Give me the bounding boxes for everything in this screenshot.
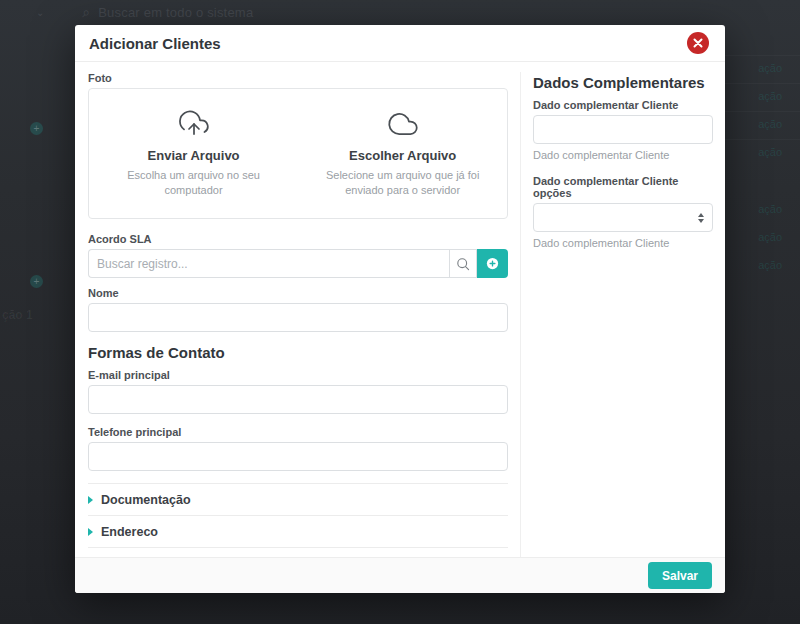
search-icon: ⌕ xyxy=(82,4,90,21)
upload-file-option[interactable]: Enviar Arquivo Escolha um arquivo no seu… xyxy=(89,109,298,198)
collapsible-sections: Documentação Endereco Configurações xyxy=(88,483,508,557)
section-label: Documentação xyxy=(101,493,191,507)
contact-heading: Formas de Contato xyxy=(88,344,508,361)
choose-file-option[interactable]: Escolher Arquivo Selecione um arquivo qu… xyxy=(298,109,507,198)
background-search-placeholder: Buscar em todo o sistema xyxy=(98,5,253,20)
email-input[interactable] xyxy=(88,385,508,414)
sla-label: Acordo SLA xyxy=(88,233,508,245)
nome-input[interactable] xyxy=(88,303,508,332)
photo-upload-box: Enviar Arquivo Escolha um arquivo no seu… xyxy=(88,88,508,219)
background-action-link: ação xyxy=(758,62,782,74)
sla-search-input[interactable] xyxy=(88,249,449,278)
complementary-field-label: Dado complementar Cliente xyxy=(533,99,713,111)
background-row-divider xyxy=(725,111,800,112)
complementary-options-label: Dado complementar Cliente opções xyxy=(533,175,713,199)
modal-footer: Salvar xyxy=(75,557,725,593)
chevron-down-icon: ⌄ xyxy=(36,7,44,18)
chevron-right-icon xyxy=(88,496,93,504)
background-action-link: ação xyxy=(758,90,782,102)
modal-title: Adicionar Clientes xyxy=(89,35,221,52)
plus-circle-icon xyxy=(485,256,500,271)
background-action-link: ação xyxy=(758,231,782,243)
complementary-column: Dados Complementares Dado complementar C… xyxy=(521,72,713,557)
form-column: Foto Enviar Arquivo Escolha um arquivo n… xyxy=(88,72,520,557)
photo-label: Foto xyxy=(88,72,508,84)
background-action-link: ação xyxy=(758,259,782,271)
modal-header: Adicionar Clientes xyxy=(75,25,725,62)
background-text-fragment: ção 1 xyxy=(2,308,33,322)
complementary-helper-text: Dado complementar Cliente xyxy=(533,149,713,161)
upload-cloud-icon xyxy=(103,109,284,139)
modal-body: Foto Enviar Arquivo Escolha um arquivo n… xyxy=(75,62,725,557)
complementary-input[interactable] xyxy=(533,115,713,144)
plus-circle-icon: + xyxy=(30,275,43,288)
select-stepper-icon xyxy=(698,213,704,223)
background-topbar: ⌄ ⌕ Buscar em todo o sistema xyxy=(0,0,800,24)
close-icon xyxy=(693,38,703,48)
section-label: Endereco xyxy=(101,525,158,539)
section-configuracoes[interactable]: Configurações xyxy=(88,548,508,557)
phone-input[interactable] xyxy=(88,442,508,471)
phone-label: Telefone principal xyxy=(88,426,508,438)
magnifier-icon xyxy=(455,256,471,272)
upload-file-title: Enviar Arquivo xyxy=(103,148,284,163)
section-endereco[interactable]: Endereco xyxy=(88,516,508,548)
choose-file-subtitle: Selecione um arquivo que já foi enviado … xyxy=(312,168,493,198)
background-action-link: ação xyxy=(758,146,782,158)
close-button[interactable] xyxy=(687,32,709,54)
section-documentacao[interactable]: Documentação xyxy=(88,484,508,516)
add-client-modal: Adicionar Clientes Foto xyxy=(75,25,725,593)
add-sla-button[interactable] xyxy=(477,249,508,278)
search-button[interactable] xyxy=(449,249,477,278)
cloud-icon xyxy=(312,109,493,139)
background-row-divider xyxy=(725,55,800,56)
save-button[interactable]: Salvar xyxy=(648,562,712,589)
complementary-options-helper-text: Dado complementar Cliente xyxy=(533,237,713,249)
background-action-link: ação xyxy=(758,203,782,215)
plus-circle-icon: + xyxy=(30,122,43,135)
background-row-divider xyxy=(725,139,800,140)
background-row-divider xyxy=(725,83,800,84)
sla-search-group xyxy=(88,249,508,278)
complementary-options-select[interactable] xyxy=(533,203,713,232)
background-action-link: ação xyxy=(758,118,782,130)
choose-file-title: Escolher Arquivo xyxy=(312,148,493,163)
email-label: E-mail principal xyxy=(88,369,508,381)
upload-file-subtitle: Escolha um arquivo no seu computador xyxy=(103,168,284,198)
complementary-heading: Dados Complementares xyxy=(533,74,713,91)
chevron-right-icon xyxy=(88,528,93,536)
nome-label: Nome xyxy=(88,287,508,299)
